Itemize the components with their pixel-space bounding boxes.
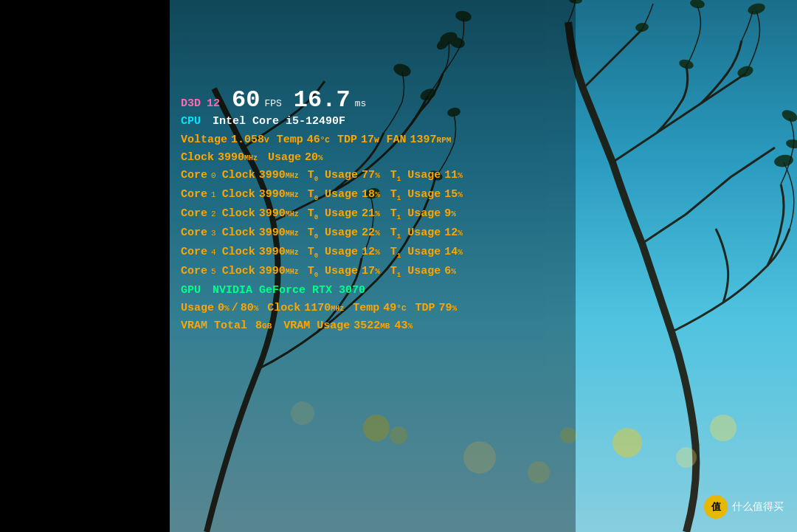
core-4-t1-value: 14 <box>444 243 458 260</box>
usage-value: 20 <box>305 149 318 166</box>
core-1-clock-value: 3990 <box>259 186 286 203</box>
cpu-name: Intel Core i5-12490F <box>213 113 345 130</box>
core-3-t1-unit: % <box>458 227 463 240</box>
core-3-clock-unit: MHz <box>286 228 299 240</box>
gpu-usage-slash: / <box>232 300 238 317</box>
core-0-t1-unit: % <box>458 170 463 182</box>
ms-unit: ms <box>355 97 367 111</box>
usage-unit: % <box>318 152 323 165</box>
core-lines: Core 0 Clock 3990 MHz T0 Usage 77 % T1 U… <box>181 167 463 281</box>
core-4-t0-unit: % <box>375 246 380 259</box>
core-0-clock-value: 3990 <box>259 167 286 184</box>
core-2-t0-value: 21 <box>362 205 375 222</box>
core-2-t0-label: T0 Usage <box>308 205 358 224</box>
core-4-clock-label: Clock <box>222 243 255 260</box>
svg-point-16 <box>678 58 694 71</box>
core-1-t1-value: 15 <box>444 186 458 203</box>
temp-value: 46 <box>307 131 320 148</box>
core-5-clock-unit: MHz <box>286 266 299 278</box>
temp-label: Temp <box>277 131 303 148</box>
usage-label: Usage <box>268 149 301 166</box>
vram-usage-value: 3522 <box>353 317 380 334</box>
core-1-t0-unit: % <box>375 189 380 201</box>
gpu-tdp-label: TDP <box>415 300 435 317</box>
fps-line: D3D 12 60 FPS 16.7 ms <box>181 89 463 112</box>
core-4-t1-label: T1 Usage <box>390 243 441 262</box>
core-5-t1-label: T1 Usage <box>390 263 441 281</box>
svg-point-24 <box>710 415 736 441</box>
core-1-line: Core 1 Clock 3990 MHz T0 Usage 18 % T1 U… <box>181 186 463 204</box>
gpu-temp-unit: °C <box>396 303 406 315</box>
gpu-usage-pct: % <box>224 303 230 315</box>
clock-usage-line: Clock 3990 MHz Usage 20 % <box>181 149 463 166</box>
core-5-clock-value: 3990 <box>259 263 286 280</box>
core-4-t0-value: 12 <box>362 243 375 260</box>
core-1-clock-unit: MHz <box>286 190 299 201</box>
core-5-t0-label: T0 Usage <box>308 263 358 281</box>
core-4-line: Core 4 Clock 3990 MHz T0 Usage 12 % T1 U… <box>181 243 463 262</box>
d3d-label: D3D <box>181 95 201 112</box>
svg-point-22 <box>613 428 642 457</box>
core-1-t1-unit: % <box>458 189 463 201</box>
tdp-label: TDP <box>337 131 357 148</box>
core-0-t0-unit: % <box>375 170 380 182</box>
core-5-t1-value: 6 <box>444 263 451 280</box>
vram-usage-pct-unit: % <box>407 320 413 333</box>
gpu-stats-line: Usage 0 % / 80 % Clock 1170 MHz Temp 49 … <box>181 300 463 317</box>
tdp-value: 17 <box>361 131 374 148</box>
fan-unit: RPM <box>437 134 452 147</box>
core-4-label: Core <box>181 243 207 260</box>
core-2-label: Core <box>181 205 207 222</box>
core-3-clock-value: 3990 <box>259 224 286 241</box>
core-1-t0-label: T0 Usage <box>308 186 358 204</box>
core-1-label: Core <box>181 186 207 203</box>
core-0-t0-value: 77 <box>362 167 375 184</box>
vram-usage-unit: MB <box>380 320 390 333</box>
core-3-t0-label: T0 Usage <box>308 224 358 243</box>
fan-label: FAN <box>387 131 407 148</box>
core-1-t1-label: T1 Usage <box>390 186 441 204</box>
vram-usage-pct: 43 <box>394 317 407 334</box>
core-5-t0-value: 17 <box>362 263 375 280</box>
voltage-line: Voltage 1.058 V Temp 46 °C TDP 17 W FAN … <box>181 131 463 148</box>
core-2-line: Core 2 Clock 3990 MHz T0 Usage 21 % T1 U… <box>181 205 463 224</box>
core-2-t1-label: T1 Usage <box>390 205 441 224</box>
core-0-clock-unit: MHz <box>286 170 299 182</box>
fps-unit: FPS <box>264 97 281 111</box>
svg-point-14 <box>785 139 797 150</box>
gpu-clock-unit: MHz <box>331 303 344 315</box>
core-3-line: Core 3 Clock 3990 MHz T0 Usage 22 % T1 U… <box>181 224 463 243</box>
core-2-clock-value: 3990 <box>259 205 286 222</box>
voltage-value: 1.058 <box>231 131 264 148</box>
core-3-t1-value: 12 <box>444 224 458 241</box>
svg-point-8 <box>747 1 767 16</box>
core-5-label: Core <box>181 263 207 280</box>
gpu-label: GPU <box>181 282 201 299</box>
core-4-clock-value: 3990 <box>259 243 286 260</box>
tdp-unit: W <box>374 134 379 147</box>
vram-total-label: VRAM Total <box>181 317 247 334</box>
svg-point-23 <box>676 447 697 468</box>
svg-point-7 <box>780 108 797 124</box>
vram-line: VRAM Total 8 GB VRAM Usage 3522 MB 43 % <box>181 317 463 334</box>
gpu-usage-label: Usage <box>181 300 214 317</box>
gpu-clock-label: Clock <box>267 300 300 317</box>
core-5-clock-label: Clock <box>222 263 255 280</box>
cpu-line: CPU Intel Core i5-12490F <box>181 113 463 130</box>
svg-point-9 <box>689 0 705 10</box>
core-3-t1-label: T1 Usage <box>390 224 441 243</box>
vram-total-unit: GB <box>262 320 272 333</box>
voltage-unit: V <box>264 134 269 147</box>
core-3-clock-label: Clock <box>222 224 255 241</box>
core-0-t0-label: T0 Usage <box>308 167 358 185</box>
watermark: 值 什么值得买 <box>704 495 784 519</box>
core-2-t0-unit: % <box>375 208 380 221</box>
voltage-label: Voltage <box>181 131 227 148</box>
core-3-t0-value: 22 <box>362 224 375 241</box>
fps-value: 60 <box>232 89 260 112</box>
core-4-t1-unit: % <box>458 246 463 259</box>
core-0-t1-value: 11 <box>444 167 458 184</box>
gpu-usage-pct2: % <box>254 303 259 315</box>
core-2-clock-label: Clock <box>222 205 255 222</box>
gpu-tdp-value: 79 <box>439 300 452 317</box>
